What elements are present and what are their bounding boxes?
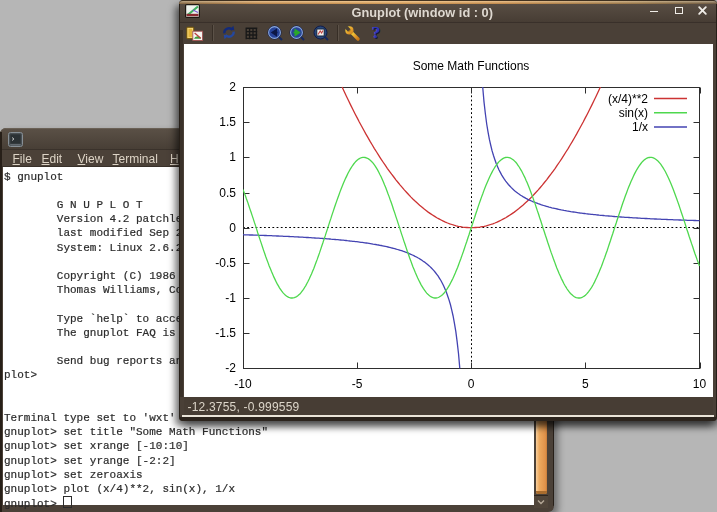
svg-text:1/x: 1/x — [631, 120, 647, 134]
svg-text:-2: -2 — [225, 361, 236, 375]
svg-text:10: 10 — [692, 377, 706, 391]
svg-text:0: 0 — [467, 377, 474, 391]
svg-text:2: 2 — [229, 80, 236, 94]
svg-text:-0.5: -0.5 — [215, 256, 236, 270]
svg-text:1.5: 1.5 — [219, 115, 236, 129]
svg-text:0: 0 — [229, 221, 236, 235]
svg-text:-5: -5 — [351, 377, 362, 391]
svg-text:Some Math Functions: Some Math Functions — [412, 59, 529, 73]
svg-text:5: 5 — [582, 377, 589, 391]
svg-text:(x/4)**2: (x/4)**2 — [607, 92, 647, 106]
svg-text:-1.5: -1.5 — [215, 326, 236, 340]
svg-text:1: 1 — [229, 150, 236, 164]
svg-text:-10: -10 — [234, 377, 252, 391]
svg-text:sin(x): sin(x) — [618, 106, 647, 120]
svg-text:-1: -1 — [225, 291, 236, 305]
svg-text:0.5: 0.5 — [219, 186, 236, 200]
